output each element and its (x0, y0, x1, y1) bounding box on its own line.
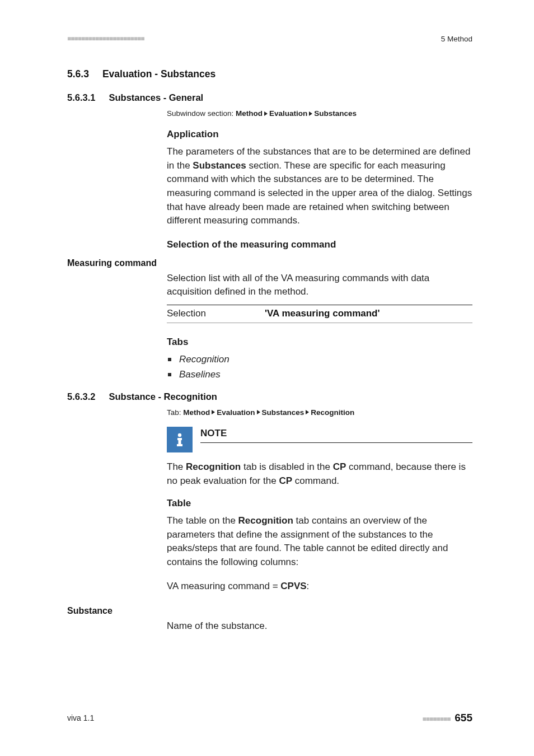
text-bold: Recognition (186, 461, 241, 472)
page-number: 655 (455, 712, 472, 724)
svg-point-0 (178, 433, 181, 437)
heading-title: Evaluation - Substances (102, 67, 216, 81)
text-bold: CP (333, 461, 346, 472)
heading-number: 5.6.3.2 (67, 390, 95, 404)
text-bold: Substances (193, 160, 246, 171)
breadcrumb-item: Evaluation (269, 109, 307, 118)
text: VA measuring command = (167, 581, 280, 591)
chevron-right-icon (309, 111, 312, 116)
breadcrumb: Subwindow section: MethodEvaluationSubst… (167, 108, 472, 119)
text: The (167, 461, 186, 472)
breadcrumb-item: Substances (314, 109, 357, 118)
breadcrumb-item: Method (236, 109, 263, 118)
selection-key: Selection (167, 307, 265, 321)
measuring-command-label: Measuring command (67, 255, 167, 269)
application-text: The parameters of the substances that ar… (167, 145, 472, 228)
heading-5-6-3: 5.6.3 Evaluation - Substances (67, 67, 472, 81)
note-divider (200, 442, 472, 443)
selection-heading: Selection of the measuring command (167, 238, 472, 252)
chevron-right-icon (212, 410, 215, 414)
text: command. (292, 475, 339, 486)
tabs-list: Recognition Baselines (168, 352, 472, 382)
page-footer: viva 1.1 ■■■■■■■■ 655 (67, 710, 472, 726)
page-header: ■■■■■■■■■■■■■■■■■■■■■■ 5 Method (67, 34, 472, 45)
text-bold: CPVS (280, 581, 306, 591)
application-heading: Application (167, 128, 472, 142)
substance-text: Name of the substance. (167, 619, 472, 633)
chevron-right-icon (306, 410, 309, 414)
heading-number: 5.6.3 (67, 67, 89, 81)
va-text: VA measuring command = CPVS: (167, 580, 472, 594)
heading-5-6-3-2: 5.6.3.2 Substance - Recognition (67, 390, 472, 404)
tabs-list-item: Baselines (168, 367, 472, 382)
breadcrumb-label: Tab: (167, 408, 183, 417)
chevron-right-icon (264, 111, 268, 116)
breadcrumb-item: Recognition (311, 408, 354, 417)
breadcrumb-item: Evaluation (217, 408, 255, 417)
heading-number: 5.6.3.1 (67, 91, 95, 105)
note-box: NOTE The Recognition tab is disabled in … (167, 427, 472, 488)
heading-title: Substances - General (109, 91, 203, 105)
text: : (307, 581, 310, 591)
breadcrumb: Tab: MethodEvaluationSubstancesRecogniti… (167, 407, 472, 418)
text: tab is disabled in the (241, 461, 332, 472)
note-title: NOTE (200, 427, 472, 442)
footer-dashes: ■■■■■■■■ (422, 715, 450, 723)
breadcrumb-item: Method (183, 408, 210, 417)
text-bold: Recognition (238, 515, 293, 526)
selection-value: 'VA measuring command' (265, 307, 380, 321)
note-text: The Recognition tab is disabled in the C… (167, 460, 472, 488)
breadcrumb-item: Substances (262, 408, 305, 417)
table-text: The table on the Recognition tab contain… (167, 514, 472, 570)
heading-5-6-3-1: 5.6.3.1 Substances - General (67, 91, 472, 105)
measuring-command-text: Selection list with all of the VA measur… (167, 272, 472, 299)
chevron-right-icon (257, 410, 260, 414)
text-bold: CP (279, 475, 292, 486)
header-section: 5 Method (441, 34, 472, 45)
selection-row: Selection 'VA measuring command' (167, 305, 472, 323)
header-dashes: ■■■■■■■■■■■■■■■■■■■■■■ (67, 34, 144, 44)
footer-left: viva 1.1 (67, 712, 94, 724)
svg-rect-3 (177, 444, 182, 446)
table-heading: Table (167, 497, 472, 511)
heading-title: Substance - Recognition (109, 390, 217, 404)
tabs-heading: Tabs (167, 335, 472, 349)
substance-label: Substance (67, 603, 167, 617)
text: The table on the (167, 515, 238, 526)
info-icon (167, 427, 193, 452)
tabs-list-item: Recognition (168, 352, 472, 367)
breadcrumb-label: Subwindow section: (167, 109, 236, 118)
